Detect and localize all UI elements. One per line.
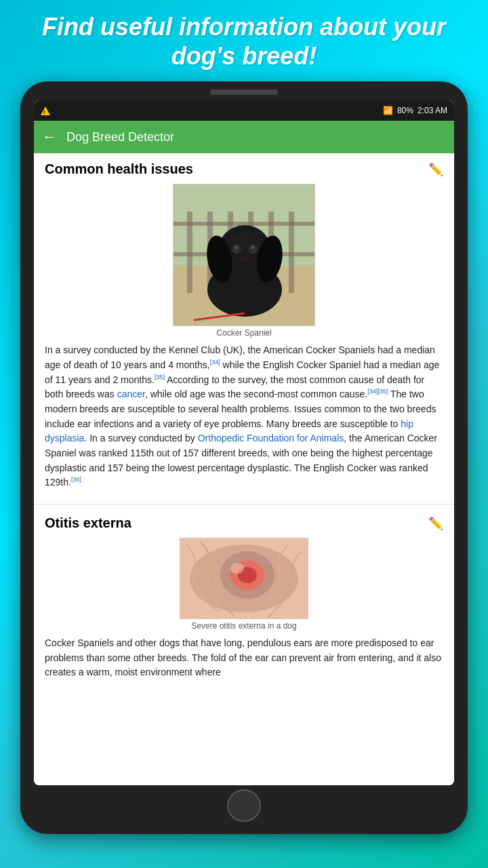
section-title-otitis: Otitis externa (45, 515, 131, 531)
dog-image-caption: Cocker Spaniel (216, 328, 271, 338)
cancer-link[interactable]: cancer (117, 389, 145, 399)
wifi-icon: 📶 (383, 106, 393, 115)
ear-image-caption: Severe otitis externa in a dog (191, 621, 296, 631)
home-button[interactable] (227, 789, 261, 823)
svg-point-18 (239, 256, 250, 262)
ear-image-container: Severe otitis externa in a dog (45, 538, 443, 631)
status-bar: ! 📶 80% 2:03 AM (34, 100, 454, 121)
app-bar-title: Dog Breed Detector (66, 130, 174, 144)
edit-icon-health[interactable]: ✏️ (428, 162, 443, 177)
content-area[interactable]: Common health issues ✏️ (34, 153, 454, 785)
time-display: 2:03 AM (418, 106, 447, 115)
section-divider (34, 504, 454, 505)
back-button[interactable]: ← (42, 128, 57, 146)
phone-frame: ! 📶 80% 2:03 AM ← Dog Breed Detector Com… (20, 81, 468, 834)
section-common-health-issues: Common health issues ✏️ (34, 153, 454, 501)
health-paragraph: In a survey conducted by the Kennel Club… (45, 343, 443, 490)
battery-indicator: 80% (397, 106, 413, 115)
top-banner: Find useful information about your dog's… (0, 0, 488, 81)
status-bar-left: ! (41, 106, 50, 115)
banner-text: Find useful information about your dog's… (14, 12, 474, 71)
otitis-paragraph: Cocker Spaniels and other dogs that have… (45, 636, 443, 680)
dog-image-bg (174, 184, 314, 326)
ear-image (180, 538, 308, 619)
status-bar-right: 📶 80% 2:03 AM (383, 106, 447, 115)
orthopedic-foundation-link[interactable]: Orthopedic Foundation for Animals (198, 433, 344, 443)
dog-image-container: Cocker Spaniel (45, 184, 443, 338)
section-header-otitis: Otitis externa ✏️ (45, 515, 443, 531)
svg-point-26 (230, 563, 244, 574)
section-header-health: Common health issues ✏️ (45, 161, 443, 177)
edit-icon-otitis[interactable]: ✏️ (428, 516, 443, 531)
phone-speaker (210, 90, 278, 95)
app-bar: ← Dog Breed Detector (34, 121, 454, 153)
svg-point-19 (228, 232, 262, 252)
section-otitis-externa: Otitis externa ✏️ (34, 507, 454, 691)
phone-screen: ! 📶 80% 2:03 AM ← Dog Breed Detector Com… (34, 100, 454, 785)
cocker-spaniel-image (173, 184, 315, 326)
section-title-health: Common health issues (45, 161, 193, 177)
